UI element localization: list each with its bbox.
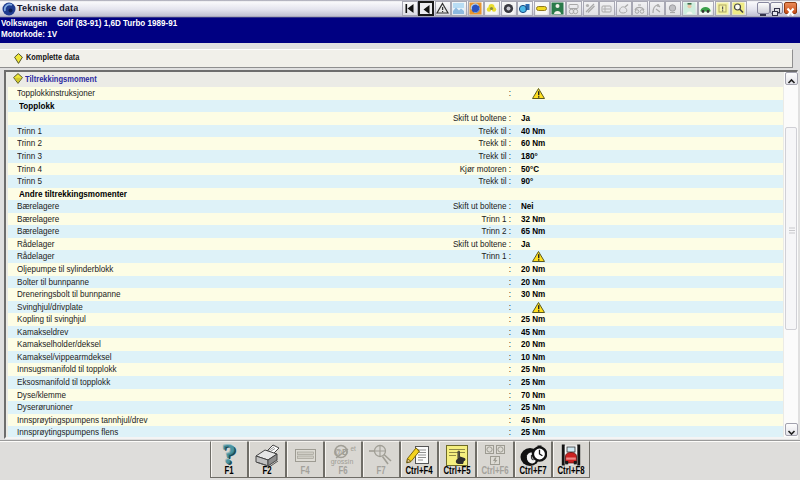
svg-text:et: et [351,445,357,452]
